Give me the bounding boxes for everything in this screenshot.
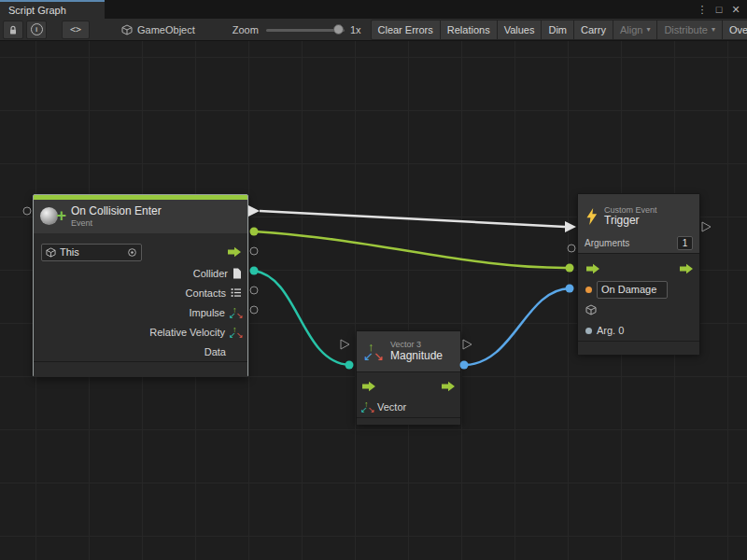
collision-event-icon: +: [40, 205, 64, 228]
info-icon: i: [31, 23, 43, 35]
gameobject-icon: [121, 24, 133, 35]
trigger-node-body: On Damage Arg. 0: [578, 253, 699, 355]
align-dropdown[interactable]: Align ▾: [613, 20, 657, 40]
clear-errors-button[interactable]: Clear Errors: [371, 20, 441, 40]
collider-doc-icon: [233, 268, 242, 279]
vector-node-header[interactable]: ↑↙↘ Vector 3 Magnitude: [357, 331, 460, 371]
trigger-flow-row: [578, 259, 699, 279]
arg0-label: Arg. 0: [597, 325, 624, 336]
vector-node-body: ↑↙↘ Vector: [357, 371, 460, 425]
cube-icon: [585, 304, 597, 315]
graph-toolbar: i <> GameObject Zoom 1x Clear Errors Rel…: [0, 19, 747, 41]
vector-flow-row: [357, 376, 460, 397]
trigger-node-title: Trigger: [604, 215, 657, 228]
flow-arrow-icon: [361, 381, 376, 392]
event-name-row: On Damage: [578, 279, 699, 300]
toolbar-buttons: Clear Errors Relations Values Dim Carry …: [371, 20, 747, 40]
event-node-body: This Collider: [34, 233, 247, 377]
chevron-down-icon: ▾: [646, 25, 650, 34]
vector-input-row: ↑↙↘ Vector: [357, 397, 460, 417]
arg-port-icon: [585, 328, 592, 334]
chevron-down-icon: ▾: [712, 25, 715, 34]
code-icon: <>: [70, 24, 81, 35]
event-name-field[interactable]: On Damage: [597, 281, 668, 299]
event-name-value: On Damage: [601, 284, 656, 295]
port-label: Data: [204, 346, 226, 357]
carry-button[interactable]: Carry: [574, 20, 613, 40]
values-button[interactable]: Values: [498, 20, 543, 40]
edit-code-button[interactable]: <>: [62, 21, 90, 39]
port-label: Collider: [193, 268, 228, 279]
vector3-icon: ↑↙↘: [361, 400, 374, 413]
zoom-slider[interactable]: [266, 21, 345, 39]
target-object-value: This: [60, 246, 79, 258]
port-label: Contacts: [186, 287, 226, 299]
tab-script-graph[interactable]: Script Graph: [0, 0, 105, 19]
vector3-icon: ↑↙↘: [363, 342, 384, 362]
event-node-titles: On Collision Enter Event: [71, 205, 162, 228]
overview-button[interactable]: Overview: [723, 20, 747, 40]
vector-input-label: Vector: [377, 401, 406, 413]
port-row-collider: Collider: [34, 263, 247, 283]
flow-arrow-icon: [679, 263, 694, 274]
node-on-collision-enter[interactable]: + On Collision Enter Event This: [33, 194, 248, 377]
flow-arrow-icon: [227, 246, 242, 258]
vector-node-titles: Vector 3 Magnitude: [390, 340, 443, 362]
lightning-icon: [585, 208, 599, 225]
graph-canvas[interactable]: + On Collision Enter Event This: [0, 41, 747, 560]
vector3-icon: ↑↙↘: [230, 306, 242, 319]
trigger-node-titles: Custom Event Trigger: [604, 205, 657, 228]
flow-arrow-icon: [441, 381, 456, 392]
object-picker-icon[interactable]: [127, 247, 137, 258]
arguments-count-field[interactable]: 1: [677, 236, 693, 250]
menu-icon[interactable]: ⋮: [695, 2, 710, 17]
event-node-title: On Collision Enter: [71, 205, 162, 218]
trigger-node-footer: [578, 341, 699, 355]
port-row-relative-velocity: Relative Velocity ↑↙↘: [34, 322, 247, 342]
list-icon: [231, 287, 242, 298]
zoom-slider-handle[interactable]: [333, 24, 344, 35]
dim-button[interactable]: Dim: [542, 20, 574, 40]
port-row-data: Data: [34, 342, 247, 361]
graph-owner[interactable]: GameObject: [121, 24, 195, 35]
event-node-footer: [34, 361, 247, 377]
cube-icon: [46, 247, 56, 258]
zoom-value: 1x: [350, 24, 361, 35]
flow-arrow-icon: [585, 263, 600, 274]
info-button[interactable]: i: [26, 21, 47, 39]
event-node-header[interactable]: + On Collision Enter Event: [34, 200, 247, 233]
node-trigger-custom-event[interactable]: Custom Event Trigger Arguments 1: [577, 193, 700, 354]
arguments-row: Arguments 1: [585, 234, 693, 251]
lock-icon: [7, 24, 19, 35]
port-label: Impulse: [189, 307, 225, 318]
port-row-impulse: Impulse ↑↙↘: [34, 302, 247, 322]
plus-glyph: +: [56, 207, 66, 224]
zoom-label: Zoom: [233, 24, 259, 35]
vector-node-footer: [357, 417, 460, 425]
trigger-node-header[interactable]: Custom Event Trigger Arguments 1: [578, 194, 699, 253]
port-label: Relative Velocity: [149, 327, 225, 338]
target-object-field[interactable]: This: [41, 244, 142, 261]
port-row-contacts: Contacts: [34, 283, 247, 302]
relations-button[interactable]: Relations: [441, 20, 498, 40]
tab-bar: Script Graph ⋮ □ ✕: [0, 0, 747, 19]
target-row: [578, 300, 699, 320]
tab-label: Script Graph: [8, 5, 66, 16]
unity-script-graph-window: Script Graph ⋮ □ ✕ i <> GameObject: [0, 0, 747, 560]
arg0-row: Arg. 0: [578, 320, 699, 341]
trigger-node-title-row: Custom Event Trigger: [585, 199, 693, 234]
distribute-dropdown[interactable]: Distribute ▾: [657, 20, 722, 40]
vector-node-title: Magnitude: [390, 350, 443, 363]
node-vector3-magnitude[interactable]: ↑↙↘ Vector 3 Magnitude ↑↙↘: [356, 330, 461, 424]
vector3-icon: ↑↙↘: [230, 326, 242, 339]
lock-button[interactable]: [3, 21, 23, 39]
string-port-icon: [585, 287, 592, 293]
maximize-icon[interactable]: □: [712, 2, 726, 17]
arguments-label: Arguments: [585, 238, 629, 248]
event-flow-row: This: [34, 241, 247, 263]
sphere-glyph: [40, 207, 58, 225]
event-node-subtitle: Event: [71, 218, 162, 228]
graph-owner-label: GameObject: [137, 24, 195, 35]
window-controls: ⋮ □ ✕: [695, 0, 747, 19]
close-icon[interactable]: ✕: [728, 2, 743, 17]
